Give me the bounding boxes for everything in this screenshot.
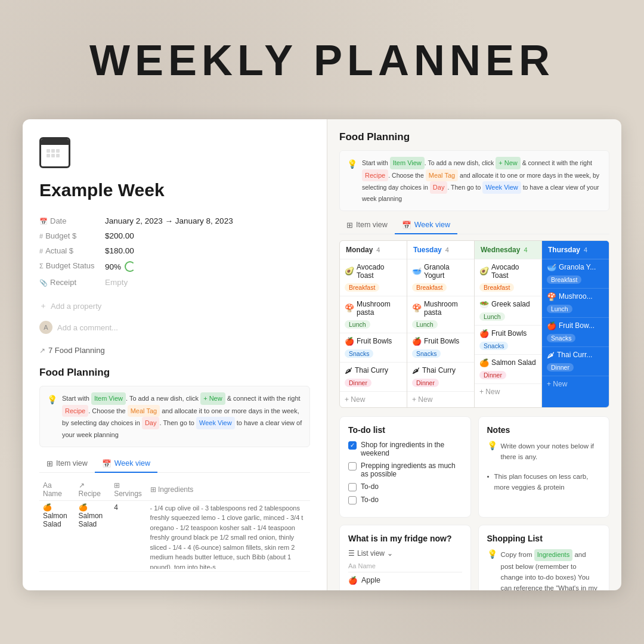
todo-card: To-do list ✓ Shop for ingredients in the…	[339, 416, 471, 518]
plus-icon: ＋	[39, 301, 47, 311]
day-col-monday: Monday 4 🥑 Avocado Toast Breakfast 🍄 Mus…	[340, 241, 407, 407]
meal-fruit-monday: 🍎 Fruit Bowls Snacks	[340, 333, 407, 363]
todo-item-2: Prepping ingredients as much as possible	[348, 462, 462, 478]
tab-week-view-left[interactable]: 📅 Week view	[95, 456, 157, 473]
meal-mushroom-tuesday: 🍄 Mushroom pasta Lunch	[407, 296, 474, 333]
food-emoji: 🍊	[43, 503, 52, 512]
notes-hint-row: 💡 Write down your notes below if there i…	[487, 441, 601, 466]
comment-row: A Add a comment...	[39, 321, 310, 334]
todo-text-1: Shop for ingredients in the weekend	[361, 441, 462, 457]
notes-bullet: This plan focuses on less carb, more veg…	[487, 471, 601, 493]
aa-icon: Aa	[43, 481, 52, 490]
meal-thai-thursday: 🌶 Thai Curr... Dinner	[542, 347, 609, 376]
meal-thai-tuesday: 🌶 Thai Curry Dinner	[407, 363, 474, 392]
fridge-header: Aa Name	[348, 562, 462, 572]
avatar: A	[39, 321, 52, 334]
apple-emoji: 🍎	[348, 576, 358, 585]
wednesday-label: Wednesday	[481, 246, 520, 254]
meal-salmon-wednesday: 🍊 Salmon Salad Dinner	[475, 355, 541, 384]
checkbox-2[interactable]	[348, 462, 357, 470]
receipt-label: 📎Receipt	[39, 275, 105, 290]
checkbox-1[interactable]: ✓	[348, 441, 357, 450]
table-icon: ⊞	[47, 459, 53, 468]
svg-rect-2	[56, 149, 60, 153]
page-title: WEEKLY PLANNER	[0, 36, 644, 85]
svg-rect-5	[56, 154, 60, 157]
tab-item-view-left[interactable]: ⊞ Item view	[39, 456, 95, 473]
notes-hint-text: Write down your notes below if there is …	[501, 441, 601, 463]
cell-ingredients: - 1/4 cup olive oil - 3 tablespoons red …	[147, 500, 310, 571]
ingredients-icon: ⊞	[150, 485, 156, 494]
meal-thai-monday: 🌶 Thai Curry Dinner	[340, 363, 407, 392]
day-header-wednesday: Wednesday 4	[475, 241, 541, 259]
meal-granola-thursday: 🥣 Granola Y... Breakfast	[542, 259, 609, 289]
add-new-tuesday[interactable]: + New	[407, 392, 474, 407]
day-col-wednesday: Wednesday 4 🥑 Avocado Toast Breakfast 🥗 …	[475, 241, 541, 407]
svg-rect-3	[47, 154, 50, 157]
add-property-button[interactable]: ＋ Add a property	[39, 301, 310, 311]
col-ingredients: ⊞ Ingredients	[147, 479, 310, 501]
checkbox-3[interactable]	[348, 483, 357, 491]
date-row: 📅Date January 2, 2023 → January 8, 2023	[39, 213, 310, 228]
day-col-tuesday: Tuesday 4 🥣 Granola Yogurt Breakfast 🍄 M…	[407, 241, 474, 407]
meal-mushroom-thursday: 🍄 Mushroo... Lunch	[542, 289, 609, 318]
todo-title: To-do list	[348, 425, 462, 435]
item-view-tag: Item View	[91, 392, 126, 405]
food-planning-link[interactable]: ↗ 7 Food Planning	[39, 346, 310, 355]
cell-servings: 4	[110, 500, 146, 571]
meal-tag-tag: Meal Tag	[128, 405, 160, 417]
link-icon: ↗	[79, 481, 85, 490]
notes-title: Notes	[487, 425, 601, 435]
date-label: 📅Date	[39, 213, 105, 228]
food-planning-section-title: Food Planning	[39, 367, 310, 379]
ingredients-text: - 1/4 cup olive oil - 3 tablespoons red …	[150, 503, 306, 569]
date-value: January 2, 2023 → January 8, 2023	[105, 213, 310, 228]
example-week-title: Example Week	[39, 180, 310, 200]
checkbox-4[interactable]	[348, 496, 357, 504]
cell-recipe: 🍊 Salmon Salad	[75, 500, 111, 571]
todo-item-1: ✓ Shop for ingredients in the weekend	[348, 441, 462, 457]
day-header-thursday: Thursday 4	[542, 241, 609, 259]
notes-lightbulb-icon: 💡	[487, 441, 497, 450]
add-new-wednesday[interactable]: + New	[475, 384, 541, 400]
shopping-title: Shopping List	[487, 534, 601, 543]
receipt-value: Empty	[105, 275, 310, 290]
add-new-monday[interactable]: + New	[340, 392, 407, 407]
meal-mushroom-monday: 🍄 Mushroom pasta Lunch	[340, 296, 407, 333]
notes-card: Notes 💡 Write down your notes below if t…	[478, 416, 610, 518]
meal-fruit-thursday: 🍎 Fruit Bow... Snacks	[542, 318, 609, 347]
left-view-tabs: ⊞ Item view 📅 Week view	[39, 456, 310, 473]
bottom-sections: To-do list ✓ Shop for ingredients in the…	[339, 416, 609, 590]
col-servings: ⊞ Servings	[110, 479, 146, 501]
meal-avocado-wednesday: 🥑 Avocado Toast Breakfast	[475, 259, 541, 296]
list-view-button[interactable]: ☰ List view ⌄	[348, 549, 462, 558]
svg-rect-4	[51, 154, 55, 157]
add-new-thursday[interactable]: + New	[542, 376, 609, 392]
meal-granola-tuesday: 🥣 Granola Yogurt Breakfast	[407, 259, 474, 296]
right-view-tabs: ⊞ Item view 📅 Week view	[339, 217, 609, 234]
todo-text-2: Prepping ingredients as much as possible	[361, 462, 462, 478]
shopping-info-text: Copy from Ingredients and post below (re…	[501, 549, 601, 590]
col-name: Aa Name	[39, 479, 75, 501]
lightbulb-icon: 💡	[47, 393, 57, 441]
comment-placeholder[interactable]: Add a comment...	[57, 323, 118, 332]
todo-item-3: To-do	[348, 482, 462, 491]
shopping-card: Shopping List 💡 Copy from Ingredients an…	[478, 525, 610, 590]
day-header-monday: Monday 4	[340, 241, 407, 259]
cell-name: 🍊 Salmon Salad	[39, 500, 75, 571]
right-lightbulb-icon: 💡	[347, 157, 357, 205]
tab-week-view-right[interactable]: 📅 Week view	[395, 217, 457, 234]
info-box: 💡 Start with Item View. To add a new dis…	[39, 386, 310, 447]
todo-item-4: To-do	[348, 496, 462, 504]
tab-item-view-right[interactable]: ⊞ Item view	[339, 217, 395, 234]
list-icon: ☰	[348, 549, 355, 558]
receipt-row: 📎Receipt Empty	[39, 275, 310, 290]
svg-rect-1	[51, 149, 55, 153]
svg-rect-0	[47, 149, 50, 153]
left-data-table: Aa Name ↗ Recipe ⊞ Servings ⊞ Ingredient…	[39, 479, 310, 572]
table-row: 🍊 Salmon Salad 🍊 Salmon Salad 4 - 1/4 cu…	[39, 500, 310, 571]
monday-label: Monday	[346, 246, 373, 254]
progress-circle	[125, 261, 135, 272]
properties-table: 📅Date January 2, 2023 → January 8, 2023 …	[39, 213, 310, 290]
fridge-card: What is in my fridge now? ☰ List view ⌄ …	[339, 525, 471, 590]
